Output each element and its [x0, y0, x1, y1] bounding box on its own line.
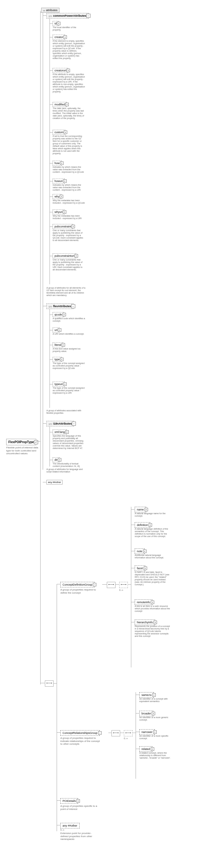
attr-desc: One or many constraints that apply to pu… — [53, 229, 85, 242]
element-desc: Additional natural language information … — [135, 554, 170, 559]
expand-icon[interactable]: + — [65, 103, 69, 106]
attr-whyuri[interactable]: whyuri+ — [53, 210, 64, 214]
attr-creatoruri[interactable]: creatoruri+ — [53, 68, 68, 73]
attr-desc: Indicates by which means the value was e… — [53, 166, 85, 173]
expand-icon[interactable]: + — [151, 601, 154, 604]
expand-icon[interactable]: + — [58, 458, 61, 462]
expand-icon[interactable]: + — [57, 22, 60, 25]
group-flex[interactable]: grpflexAttributes − — [47, 304, 73, 309]
element-broader[interactable]: broader+ — [139, 711, 153, 716]
group-i18n[interactable]: grpi18nAttributes − — [47, 421, 74, 427]
sequence-connector — [45, 680, 54, 687]
expand-icon[interactable]: + — [152, 693, 156, 697]
element-related[interactable]: related+ — [139, 746, 152, 752]
element-desc: An identifier of a more specific concept… — [139, 735, 175, 740]
element-desc: A natural language name for the concept. — [135, 512, 170, 517]
expand-icon[interactable]: + — [75, 254, 78, 258]
element-note[interactable]: note+ — [135, 549, 145, 554]
expand-icon[interactable]: + — [60, 195, 63, 198]
root-desc: Flexible point-of-interest data type for… — [6, 446, 40, 455]
attr-typeuri[interactable]: typeuri+ — [53, 382, 65, 386]
expand-icon[interactable]: + — [143, 550, 147, 553]
attr-desc: The type of the concept assigned as cont… — [53, 387, 85, 394]
attr-desc: Why the metadata has been included - exp… — [53, 215, 85, 220]
concept-relationships-group[interactable]: ConceptRelationshipsGroup − — [60, 730, 100, 736]
occurrence: 0..∞ — [119, 589, 128, 591]
attr-qcode[interactable]: qcode+ — [53, 312, 64, 317]
expand-icon[interactable]: + — [61, 343, 65, 347]
root-type[interactable]: FlexPOIPropType − — [6, 439, 36, 445]
attr-desc: A free-text value assigned as property v… — [53, 348, 85, 352]
sequence-connector — [111, 730, 120, 736]
collapse-icon[interactable]: − — [72, 422, 76, 426]
attr-desc: If the element is empty, specifies which… — [53, 40, 85, 60]
collapse-icon[interactable]: − — [93, 583, 96, 587]
attr-literal[interactable]: literal+ — [53, 342, 63, 347]
expand-icon[interactable]: + — [63, 211, 66, 214]
collapse-icon[interactable]: − — [98, 732, 102, 735]
expand-icon[interactable]: + — [152, 712, 155, 715]
expand-icon[interactable]: + — [77, 799, 80, 803]
expand-icon[interactable]: + — [145, 508, 148, 512]
expand-icon[interactable]: + — [67, 69, 70, 72]
expand-icon[interactable]: + — [153, 731, 157, 734]
attr-howuri[interactable]: howuri+ — [53, 179, 65, 184]
attr-modified[interactable]: modified+ — [53, 102, 67, 107]
expand-icon[interactable]: + — [62, 313, 66, 316]
attr-custom[interactable]: custom+ — [53, 130, 65, 135]
element-remoteInfo[interactable]: remoteInfo+ — [135, 599, 152, 605]
element-desc: An identifier of a concept with equivale… — [139, 698, 175, 703]
element-desc: A link to an item or a web resource whic… — [135, 605, 170, 613]
poi-desc: A group of properties specific to a poin… — [60, 805, 98, 810]
attr-why[interactable]: why+ — [53, 194, 61, 199]
attr-how[interactable]: how+ — [53, 161, 61, 166]
expand-icon[interactable]: + — [58, 329, 61, 332]
attr-pubconstrainturi[interactable]: pubconstrainturi+ — [53, 253, 76, 258]
attr-pubconstraint[interactable]: pubconstraint+ — [53, 224, 73, 229]
attr-creator[interactable]: creator+ — [53, 35, 65, 39]
collapse-icon[interactable]: − — [86, 14, 90, 18]
element-desc: A natural language definition of the sem… — [135, 528, 170, 538]
sequence-connector — [107, 582, 115, 588]
choice-connector — [124, 730, 132, 736]
element-sameAs[interactable]: sameAs+ — [139, 692, 154, 698]
attr-desc: One or many constraints that apply to pu… — [53, 259, 85, 271]
concept-definition-group[interactable]: ConceptDefinitionGroup − — [60, 582, 95, 587]
flex-group-desc: A group of attributes associated with fl… — [47, 409, 84, 414]
attr-uri[interactable]: uri+ — [53, 328, 59, 333]
any-other-desc: Extension point for provider-defined pro… — [60, 832, 98, 841]
expand-icon[interactable]: + — [64, 131, 67, 134]
expand-icon[interactable]: + — [63, 35, 67, 39]
expand-icon[interactable]: + — [144, 567, 147, 570]
element-desc: A related concept, where the relationshi… — [139, 752, 175, 759]
group-common[interactable]: grpcommonPowerAttributes − — [47, 13, 88, 19]
element-name[interactable]: name+ — [135, 507, 146, 512]
expand-icon[interactable]: + — [60, 358, 63, 361]
attr-id[interactable]: id+ — [53, 21, 58, 26]
def-group-desc: A group of properties required to define… — [60, 588, 101, 594]
collapse-icon[interactable]: − — [34, 440, 38, 444]
root-label: FlexPOIPropType — [8, 440, 34, 444]
expand-icon[interactable]: + — [72, 225, 75, 228]
attr-dir[interactable]: dir+ — [53, 457, 59, 462]
element-hierarchyInfo[interactable]: hierarchyInfo+ — [135, 620, 155, 625]
expand-icon[interactable]: + — [151, 747, 154, 751]
attr-xml:lang[interactable]: xml:lang+ — [53, 430, 67, 434]
poi-details[interactable]: POIDetails + — [60, 798, 78, 804]
expand-icon[interactable]: + — [63, 382, 67, 386]
element-desc: Represents the position of a concept in … — [135, 625, 170, 638]
collapse-icon[interactable]: − — [71, 304, 75, 308]
expand-icon[interactable]: + — [60, 162, 63, 165]
element-facet[interactable]: facet+ — [135, 565, 145, 571]
rel-group-desc: A group of properties required to indica… — [60, 737, 101, 746]
expand-icon[interactable]: + — [154, 621, 157, 624]
attr-desc: If the attribute is empty, specifies whi… — [53, 73, 85, 93]
attr-desc: Specifies the language of this property … — [53, 435, 85, 450]
expand-icon[interactable]: + — [65, 430, 69, 434]
element-narrower[interactable]: narrower+ — [139, 729, 155, 735]
expand-icon[interactable]: + — [63, 180, 67, 183]
expand-icon[interactable]: + — [149, 523, 152, 527]
element-definition[interactable]: definition+ — [135, 522, 150, 528]
attr-type[interactable]: type+ — [53, 357, 61, 362]
occurrence: 0..∞ — [124, 737, 132, 740]
